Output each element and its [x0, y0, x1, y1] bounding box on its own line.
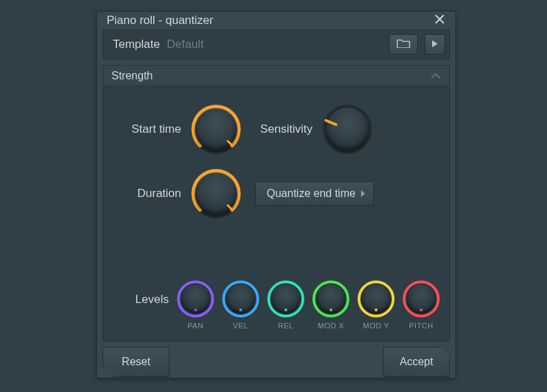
folder-icon: [397, 38, 410, 51]
triangle-right-icon: [361, 190, 365, 197]
level-vel: VEL: [221, 280, 261, 330]
level-pitch-label: PITCH: [409, 322, 433, 330]
sensitivity-label: Sensitivity: [259, 122, 312, 136]
level-rel-knob[interactable]: [267, 280, 304, 317]
accept-label: Accept: [400, 356, 433, 368]
template-value: Default: [167, 38, 204, 51]
section-title: Strength: [111, 70, 152, 82]
quantize-mode-button[interactable]: Quantize end time: [255, 181, 374, 206]
level-vel-label: VEL: [233, 322, 248, 330]
close-button[interactable]: [431, 12, 449, 29]
svg-marker-2: [432, 40, 438, 47]
next-template-button[interactable]: [425, 34, 445, 55]
levels-label: Levels: [116, 293, 169, 306]
level-mody-label: MOD Y: [363, 322, 389, 330]
level-modx-label: MOD X: [318, 322, 345, 330]
start-time-label: Start time: [116, 122, 181, 136]
svg-line-4: [228, 141, 232, 145]
duration-label: Duration: [116, 187, 181, 200]
svg-line-6: [326, 120, 336, 125]
level-modx-knob[interactable]: [312, 280, 349, 317]
reset-button[interactable]: Reset: [103, 347, 170, 377]
open-template-button[interactable]: [389, 34, 418, 55]
level-mody-knob[interactable]: [358, 280, 395, 317]
svg-line-8: [228, 205, 232, 209]
sensitivity-knob[interactable]: [321, 103, 374, 156]
template-label: Template: [113, 38, 160, 51]
level-vel-knob[interactable]: [222, 280, 259, 317]
section-header[interactable]: Strength: [103, 66, 449, 86]
accept-button[interactable]: Accept: [383, 347, 450, 377]
chevron-up-icon: [430, 70, 441, 82]
titlebar[interactable]: Piano roll - quantizer: [97, 12, 455, 29]
window-title: Piano roll - quantizer: [107, 14, 213, 27]
levels-row: Levels PANVELRELMOD XMOD YPITCH: [116, 280, 441, 330]
level-rel: REL: [266, 280, 306, 330]
play-icon: [431, 38, 438, 51]
level-pan-label: PAN: [187, 322, 203, 330]
level-pan: PAN: [176, 280, 215, 330]
level-mody: MOD Y: [356, 280, 396, 330]
level-modx: MOD X: [311, 280, 351, 330]
quantize-mode-label: Quantize end time: [267, 187, 356, 200]
quantizer-dialog: Piano roll - quantizer Template Default: [96, 11, 456, 378]
strength-panel: Strength Start time: [103, 65, 450, 341]
template-panel: Template Default: [103, 29, 450, 60]
level-rel-label: REL: [278, 322, 294, 330]
close-icon: [435, 14, 444, 27]
level-pitch: PITCH: [401, 280, 441, 330]
reset-label: Reset: [122, 356, 150, 368]
level-pan-knob[interactable]: [177, 280, 214, 317]
level-pitch-knob[interactable]: [403, 280, 440, 317]
duration-knob[interactable]: [189, 167, 243, 220]
start-time-knob[interactable]: [189, 103, 243, 156]
